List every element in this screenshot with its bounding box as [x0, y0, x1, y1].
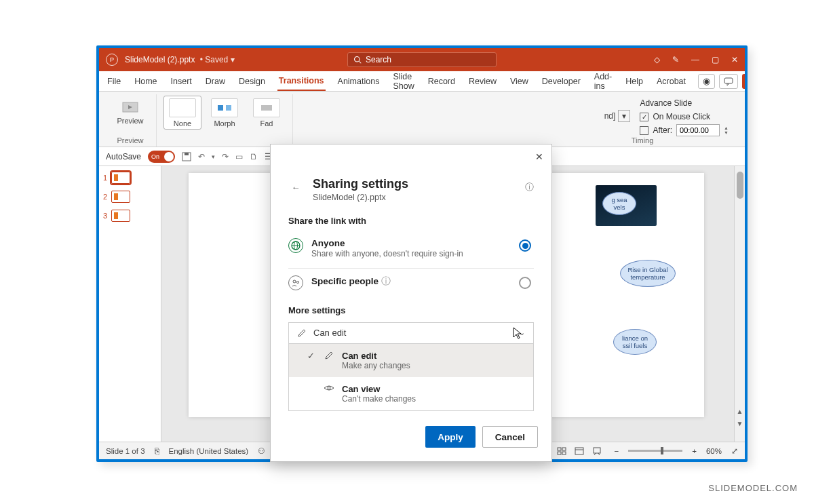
- after-row[interactable]: After: ▲▼: [640, 124, 729, 136]
- tab-developer[interactable]: Developer: [541, 73, 582, 90]
- search-placeholder: Search: [366, 55, 391, 64]
- zoom-in-icon[interactable]: +: [692, 447, 697, 455]
- transition-morph[interactable]: Morph: [206, 96, 244, 130]
- language-indicator[interactable]: English (United States): [169, 447, 249, 455]
- diamond-icon[interactable]: ◇: [654, 55, 660, 64]
- radio-anyone[interactable]: [519, 239, 531, 252]
- window-minimize-icon[interactable]: —: [691, 55, 699, 64]
- accessibility-icon[interactable]: ⚇: [258, 446, 265, 456]
- save-icon[interactable]: [182, 152, 191, 161]
- window-close-icon[interactable]: ✕: [731, 55, 738, 64]
- tab-insert[interactable]: Insert: [170, 73, 193, 90]
- tab-file[interactable]: File: [106, 73, 122, 90]
- zoom-level[interactable]: 60%: [706, 447, 722, 455]
- svg-rect-15: [562, 452, 566, 454]
- search-input[interactable]: Search: [347, 52, 497, 67]
- apply-button[interactable]: Apply: [425, 426, 476, 448]
- slide-thumb-3[interactable]: 3: [103, 210, 157, 222]
- tab-review[interactable]: Review: [467, 73, 498, 90]
- globe-icon: [288, 238, 303, 253]
- document-name: SlideModel (2).pptx: [125, 55, 195, 64]
- on-mouse-click-row[interactable]: ✓ On Mouse Click: [640, 112, 729, 121]
- can-view-desc: Can't make changes: [342, 394, 416, 404]
- sound-dropdown[interactable]: ▾: [618, 110, 630, 122]
- after-time-input[interactable]: [676, 124, 720, 136]
- share-button[interactable]: ▾: [742, 74, 748, 89]
- fit-window-icon[interactable]: ⤢: [731, 446, 738, 456]
- tab-addins[interactable]: Add-ins: [593, 68, 613, 95]
- permission-selector[interactable]: Can edit ⌄: [288, 322, 534, 344]
- transition-gallery: None Morph Fad: [163, 96, 286, 130]
- spinner-icon[interactable]: ▲▼: [724, 125, 729, 135]
- anyone-title: Anyone: [311, 238, 463, 248]
- slide-thumb-2[interactable]: 2: [103, 191, 157, 203]
- svg-rect-6: [226, 105, 231, 111]
- language-icon[interactable]: ⎘: [155, 447, 159, 455]
- checkbox-after[interactable]: [640, 126, 648, 135]
- prev-slide-icon[interactable]: ▲: [735, 405, 745, 417]
- transition-none[interactable]: None: [163, 96, 201, 130]
- people-icon: [288, 275, 303, 290]
- svg-point-26: [328, 387, 330, 389]
- svg-rect-16: [575, 448, 583, 454]
- folder-icon[interactable]: ▭: [235, 152, 243, 161]
- transition-fade[interactable]: Fad: [248, 96, 286, 130]
- comments-button[interactable]: [719, 74, 738, 89]
- scrollbar-thumb[interactable]: [737, 172, 743, 199]
- tab-help[interactable]: Help: [624, 73, 644, 90]
- window-maximize-icon[interactable]: ▢: [712, 55, 719, 64]
- fade-icon: [258, 103, 275, 113]
- record-button[interactable]: ◉: [698, 74, 715, 89]
- autosave-toggle[interactable]: On: [148, 151, 175, 163]
- slide-thumb-1[interactable]: 1: [103, 172, 157, 184]
- tab-animations[interactable]: Animations: [336, 73, 381, 90]
- back-icon[interactable]: ←: [288, 180, 303, 195]
- bubble-fossil: liance on ssil fuels: [613, 329, 657, 355]
- cancel-button[interactable]: Cancel: [482, 426, 538, 448]
- sorter-view-icon[interactable]: [554, 445, 570, 457]
- pencil-icon: [323, 351, 335, 360]
- vertical-scrollbar[interactable]: ▲ ▼: [734, 166, 745, 442]
- option-anyone[interactable]: Anyone Share with anyone, doesn't requir…: [288, 233, 534, 269]
- mic-icon[interactable]: ✎: [672, 55, 679, 64]
- checkbox-on-mouse[interactable]: ✓: [640, 113, 648, 121]
- search-icon: [353, 56, 362, 64]
- zoom-out-icon[interactable]: −: [615, 447, 619, 455]
- slide-indicator[interactable]: Slide 1 of 3: [106, 447, 145, 455]
- preview-button[interactable]: Preview: [111, 96, 149, 130]
- tab-record[interactable]: Record: [427, 73, 457, 90]
- can-edit-desc: Make any changes: [342, 361, 410, 370]
- option-specific-people[interactable]: Specific people ⓘ: [288, 270, 534, 296]
- group-label-timing: Timing: [632, 136, 654, 147]
- radio-specific[interactable]: [519, 277, 531, 289]
- group-label-preview: Preview: [117, 136, 143, 147]
- eye-icon: [323, 384, 335, 392]
- redo-icon[interactable]: ↷: [222, 152, 229, 161]
- svg-rect-9: [185, 153, 189, 155]
- preview-icon: [121, 101, 139, 115]
- tab-design[interactable]: Design: [237, 73, 267, 90]
- info-icon[interactable]: ⓘ: [525, 181, 534, 193]
- reading-view-icon[interactable]: [571, 445, 587, 457]
- undo-icon[interactable]: ↶: [198, 152, 205, 161]
- tab-home[interactable]: Home: [133, 73, 158, 90]
- dropdown-can-view[interactable]: Can view Can't make changes: [289, 377, 533, 410]
- more-settings-heading: More settings: [288, 305, 534, 315]
- tab-draw[interactable]: Draw: [204, 73, 227, 90]
- cursor-icon: [511, 326, 524, 341]
- zoom-slider[interactable]: [628, 450, 682, 452]
- dialog-subtitle: SlideModel (2).pptx: [313, 193, 408, 202]
- new-icon[interactable]: 🗋: [250, 152, 258, 161]
- morph-icon: [216, 103, 233, 113]
- dropdown-can-edit[interactable]: ✓ Can edit Make any changes: [289, 344, 533, 377]
- next-slide-icon[interactable]: ▼: [735, 417, 745, 429]
- tab-acrobat[interactable]: Acrobat: [655, 73, 687, 90]
- tab-view[interactable]: View: [509, 73, 530, 90]
- share-link-heading: Share the link with: [288, 216, 534, 226]
- slideshow-view-icon[interactable]: [589, 445, 605, 457]
- save-status: • Saved ▾: [197, 55, 234, 64]
- dialog-close-icon[interactable]: ✕: [532, 150, 546, 163]
- tab-transitions[interactable]: Transitions: [277, 72, 326, 91]
- tab-slideshow[interactable]: Slide Show: [391, 68, 415, 95]
- permission-current: Can edit: [313, 328, 346, 338]
